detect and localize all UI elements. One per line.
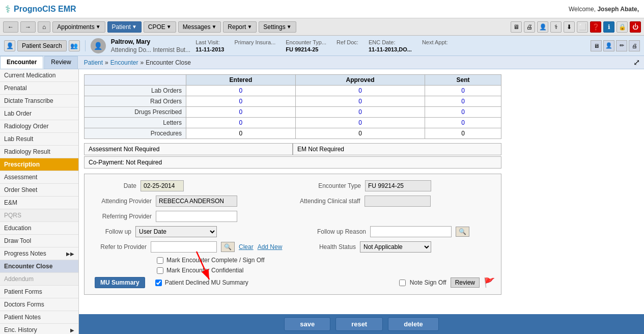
- sidebar-item-dictate-transcribe[interactable]: Dictate Transcribe: [0, 95, 78, 107]
- enc-type-input[interactable]: [365, 180, 431, 191]
- app-title: PrognoCIS EMR: [14, 5, 76, 14]
- download-icon[interactable]: ⬇: [564, 21, 575, 33]
- print-icon[interactable]: 🖨: [524, 21, 535, 33]
- sidebar-item-prenatal[interactable]: Prenatal: [0, 82, 78, 95]
- date-input[interactable]: [141, 180, 184, 191]
- patient-group-icon[interactable]: 👥: [69, 40, 80, 51]
- sidebar-item-current-medication[interactable]: Current Medication: [0, 69, 78, 82]
- content-area: Entered Approved Sent Lab Orders 0 0 0 R…: [79, 69, 644, 314]
- patient-search-button[interactable]: Patient Search: [17, 40, 67, 51]
- cpoe-menu[interactable]: CPOE ▼: [144, 21, 176, 33]
- expand-area: ⤢: [633, 56, 644, 69]
- breadcrumb-encounter[interactable]: Encounter: [110, 59, 138, 66]
- monitor-icon[interactable]: 🖥: [511, 21, 522, 33]
- form-row-referring: Referring Provider: [91, 211, 495, 222]
- user-icon[interactable]: 👤: [537, 21, 548, 33]
- tab-review[interactable]: Review: [44, 56, 77, 69]
- letters-label: Letters: [85, 118, 186, 128]
- ref-doc-label: Ref Doc:: [337, 39, 358, 45]
- edit-icon[interactable]: ✏: [616, 40, 627, 51]
- breadcrumb-sep1: »: [105, 59, 108, 66]
- mark-confidential-checkbox[interactable]: [157, 267, 163, 274]
- sidebar-item-education[interactable]: Education: [0, 222, 78, 235]
- messages-menu[interactable]: Messages ▼: [178, 21, 221, 33]
- sidebar-item-patient-forms[interactable]: Patient Forms: [0, 286, 78, 298]
- user2-icon[interactable]: 👤: [603, 40, 614, 51]
- patient-declined-checkbox[interactable]: [155, 280, 162, 286]
- info-icon[interactable]: ℹ: [603, 21, 614, 33]
- expand-icon[interactable]: ⤢: [633, 58, 640, 67]
- sidebar-item-pqrs[interactable]: PQRS: [0, 209, 78, 222]
- sidebar-item-prescription[interactable]: Prescription: [0, 158, 78, 171]
- note-sign-group: Note Sign Off Review 🚩: [399, 277, 495, 288]
- date-label: Date: [91, 182, 136, 189]
- review-button[interactable]: Review: [451, 277, 480, 288]
- sidebar-item-radiology-result[interactable]: Radiology Result: [0, 146, 78, 158]
- reset-button[interactable]: reset: [335, 317, 383, 331]
- window-icon[interactable]: ⬜: [577, 21, 588, 33]
- monitor2-icon[interactable]: 🖥: [591, 40, 602, 51]
- flag-icon[interactable]: 🚩: [484, 277, 495, 288]
- settings-menu[interactable]: Settings ▼: [259, 21, 296, 33]
- drugs-label: Drugs Prescribed: [85, 107, 186, 118]
- followup-reason-group: Follow up Reason 🔍: [310, 226, 495, 237]
- next-appt-group: Next Appt:: [422, 39, 448, 52]
- sidebar-item-draw-tool[interactable]: Draw Tool: [0, 235, 78, 247]
- save-button[interactable]: save: [284, 317, 330, 331]
- refer-search-button[interactable]: 🔍: [221, 242, 235, 252]
- attending-group: Attending Provider: [91, 196, 286, 207]
- report-menu[interactable]: Report ▼: [223, 21, 257, 33]
- print2-icon[interactable]: 🖨: [629, 40, 640, 51]
- follow-up-search-button[interactable]: 🔍: [456, 227, 469, 237]
- rad-entered: 0: [186, 96, 296, 107]
- sidebar-item-enc-history[interactable]: Enc. History▶: [0, 324, 78, 334]
- sidebar-item-encounter-close[interactable]: Encounter Close: [0, 260, 78, 273]
- appointments-menu[interactable]: Appointments ▼: [52, 21, 105, 33]
- referring-input[interactable]: [156, 211, 237, 222]
- mark-complete-row: Mark Encounter Complete / Sign Off: [157, 257, 495, 264]
- sidebar-item-order-sheet[interactable]: Order Sheet: [0, 184, 78, 197]
- patient-menu[interactable]: Patient ▼: [107, 21, 142, 33]
- lab-sent: 0: [425, 86, 501, 96]
- enc-type-label: Encounter Typ...: [286, 39, 326, 45]
- health-status-select[interactable]: Not Applicable: [360, 241, 431, 253]
- stethoscope-icon[interactable]: ⚕: [550, 21, 562, 33]
- follow-up-reason-input[interactable]: [370, 226, 452, 237]
- att-clinical-input[interactable]: [365, 196, 431, 207]
- sidebar-item-progress-notes[interactable]: Progress Notes▶▶: [0, 247, 78, 260]
- refer-input[interactable]: [151, 241, 217, 253]
- sidebar-item-radiology-order[interactable]: Radiology Order: [0, 120, 78, 133]
- sidebar-item-addendum[interactable]: Addendum: [0, 273, 78, 286]
- follow-up-select[interactable]: User Date: [135, 226, 217, 237]
- note-sign-checkbox[interactable]: [399, 280, 406, 286]
- attending-input[interactable]: [156, 196, 237, 207]
- enc-type-group: Encounter Typ... FU 99214-25: [286, 39, 326, 52]
- home-button[interactable]: ⌂: [38, 21, 50, 33]
- add-new-link[interactable]: Add New: [258, 243, 283, 250]
- mu-summary-button[interactable]: MU Summary: [95, 277, 145, 288]
- delete-button[interactable]: delete: [388, 317, 439, 331]
- back-button[interactable]: ←: [3, 21, 18, 33]
- forward-button[interactable]: →: [20, 21, 36, 33]
- sidebar-item-em[interactable]: E&M: [0, 197, 78, 209]
- tab-encounter[interactable]: Encounter: [0, 56, 43, 69]
- sidebar-item-assessment[interactable]: Assessment: [0, 171, 78, 184]
- rad-sent: 0: [425, 96, 501, 107]
- help-icon[interactable]: ❓: [590, 21, 601, 33]
- insurance-label: Primary Insura...: [235, 39, 276, 45]
- sidebar-item-doctors-forms[interactable]: Doctors Forms: [0, 298, 78, 311]
- clear-link[interactable]: Clear: [239, 243, 254, 250]
- breadcrumb-patient[interactable]: Patient: [84, 59, 103, 66]
- sidebar-item-patient-notes[interactable]: Patient Notes: [0, 311, 78, 324]
- mark-complete-checkbox[interactable]: [157, 257, 163, 264]
- att-clinical-group: Attending Clinical staff: [300, 196, 495, 207]
- sidebar-item-lab-result[interactable]: Lab Result: [0, 133, 78, 146]
- logo-area: ⚕ PrognoCIS EMR: [5, 3, 569, 15]
- lock-icon[interactable]: 🔒: [617, 21, 628, 33]
- assessment-label: Assessment Not Required: [84, 143, 293, 155]
- patient-search-user-icon[interactable]: 👤: [4, 40, 15, 51]
- power-icon[interactable]: ⏻: [630, 21, 641, 33]
- summary-table: Entered Approved Sent Lab Orders 0 0 0 R…: [84, 74, 501, 139]
- sidebar-item-lab-order[interactable]: Lab Order: [0, 107, 78, 120]
- copay-label: Co-Payment: Not Required: [84, 156, 501, 169]
